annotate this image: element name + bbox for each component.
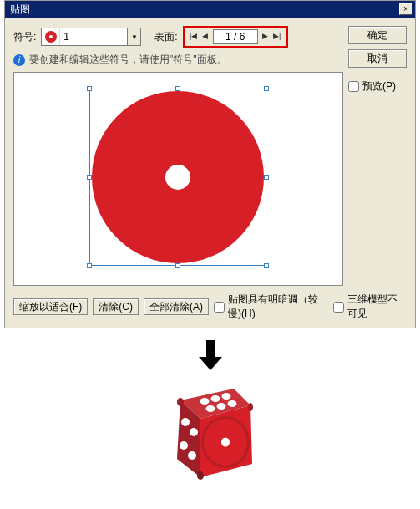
symbol-art-hole xyxy=(165,165,190,190)
symbol-value: 1 xyxy=(60,31,127,43)
preview-checkbox-input[interactable] xyxy=(348,81,359,92)
handle-se[interactable] xyxy=(264,263,269,268)
ok-button[interactable]: 确定 xyxy=(348,26,407,44)
surface-value[interactable]: 1 / 6 xyxy=(213,29,258,44)
dialog-title: 贴图 xyxy=(10,3,30,17)
svg-point-10 xyxy=(227,400,236,407)
hide3d-checkbox[interactable]: 三维模型不可见 xyxy=(333,293,407,321)
last-surface-button[interactable]: ▶| xyxy=(271,29,283,44)
down-arrow-icon xyxy=(195,338,225,372)
svg-point-12 xyxy=(181,418,190,426)
shade-checkbox-input[interactable] xyxy=(214,302,225,313)
close-icon[interactable]: × xyxy=(399,3,412,15)
info-icon: i xyxy=(13,54,25,66)
symbol-label: 符号: xyxy=(13,30,36,44)
svg-rect-2 xyxy=(206,340,215,357)
svg-point-6 xyxy=(210,395,220,402)
surface-label: 表面: xyxy=(154,30,177,44)
prev-surface-button[interactable]: ◀ xyxy=(200,29,211,44)
result-illustration xyxy=(0,338,420,497)
svg-point-13 xyxy=(190,428,198,436)
symbol-combo[interactable]: 1 ▼ xyxy=(41,28,141,46)
preview-canvas[interactable] xyxy=(13,72,343,286)
hide3d-checkbox-input[interactable] xyxy=(333,302,344,313)
svg-point-14 xyxy=(180,441,188,450)
scale-to-fit-button[interactable]: 缩放以适合(F) xyxy=(13,298,88,315)
clear-button[interactable]: 清除(C) xyxy=(93,298,139,315)
svg-point-22 xyxy=(197,471,204,480)
dice-result-icon xyxy=(144,372,277,497)
svg-point-9 xyxy=(216,403,225,410)
svg-marker-3 xyxy=(199,357,222,370)
chevron-down-icon[interactable]: ▼ xyxy=(127,28,140,45)
first-surface-button[interactable]: |◀ xyxy=(188,29,200,44)
symbol-swatch-icon xyxy=(42,28,60,45)
titlebar[interactable]: 贴图 × xyxy=(5,1,415,18)
hide3d-label: 三维模型不可见 xyxy=(347,293,407,321)
handle-s[interactable] xyxy=(175,263,180,268)
cancel-button[interactable]: 取消 xyxy=(348,49,407,68)
next-surface-button[interactable]: ▶ xyxy=(260,29,271,44)
svg-point-20 xyxy=(177,398,184,406)
shade-checkbox[interactable]: 贴图具有明暗调（较慢)(H) xyxy=(214,293,328,321)
svg-point-5 xyxy=(200,398,209,405)
svg-point-21 xyxy=(248,403,253,411)
hint-text: 要创建和编辑这些符号，请使用"符号"面板。 xyxy=(29,53,227,67)
clear-all-button[interactable]: 全部清除(A) xyxy=(144,298,209,315)
map-art-dialog: 贴图 × 确定 取消 预览(P) 符号: 1 ▼ xyxy=(4,0,416,328)
svg-point-19 xyxy=(221,438,230,447)
handle-nw[interactable] xyxy=(87,86,92,91)
shade-label: 贴图具有明暗调（较慢)(H) xyxy=(228,293,328,321)
svg-point-8 xyxy=(205,405,215,412)
preview-checkbox[interactable]: 预览(P) xyxy=(348,79,407,94)
svg-point-1 xyxy=(49,35,53,38)
preview-label: 预览(P) xyxy=(362,79,396,94)
handle-sw[interactable] xyxy=(87,263,92,268)
handle-e[interactable] xyxy=(264,175,269,180)
handle-ne[interactable] xyxy=(264,86,269,91)
symbol-art[interactable] xyxy=(92,91,264,263)
svg-point-15 xyxy=(188,451,196,460)
surface-stepper: |◀ ◀ 1 / 6 ▶ ▶| xyxy=(183,26,288,48)
svg-point-7 xyxy=(221,393,230,400)
